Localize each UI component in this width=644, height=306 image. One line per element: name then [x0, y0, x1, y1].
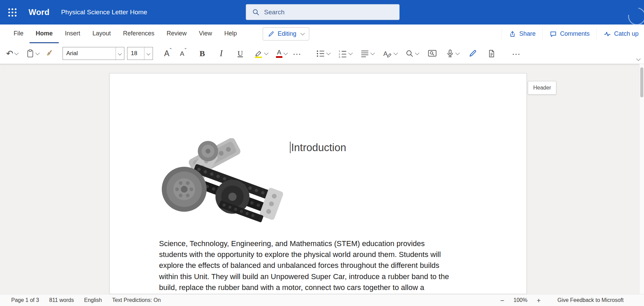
reading-view-button[interactable] [427, 46, 438, 61]
clipboard-icon [26, 49, 34, 58]
chevron-down-icon [636, 57, 641, 61]
alignment-button[interactable] [360, 46, 374, 61]
italic-button[interactable]: I [216, 46, 227, 61]
status-right-group: − 100% + Give Feedback to Microsoft [500, 297, 624, 304]
header-button[interactable]: Header [528, 81, 556, 95]
tab-insert[interactable]: Insert [59, 25, 86, 43]
search-icon [252, 9, 260, 16]
editing-label: Editing [278, 30, 296, 37]
font-color-button[interactable]: A [276, 46, 287, 61]
section-heading: Introduction [110, 141, 526, 155]
comments-button[interactable]: Comments [542, 28, 596, 39]
highlight-color-button[interactable] [254, 46, 268, 61]
share-button[interactable]: Share [502, 28, 542, 39]
magnifier-icon [405, 49, 414, 58]
vertical-scrollbar[interactable] [639, 64, 644, 294]
language-button[interactable]: English [84, 297, 102, 303]
ribbon-right-actions: Share Comments Catch up [502, 25, 644, 43]
tab-layout[interactable]: Layout [86, 25, 117, 43]
chevron-down-icon [326, 51, 331, 55]
zoom-level-button[interactable]: 100% [514, 297, 527, 303]
undo-button[interactable]: ↶ [6, 46, 18, 61]
catch-up-button[interactable]: Catch up [596, 28, 644, 39]
editor-button[interactable] [467, 46, 478, 61]
pencil-icon [268, 31, 275, 37]
paste-button[interactable] [26, 46, 39, 61]
svg-text:A: A [383, 50, 388, 57]
font-size-select[interactable]: 18 [127, 47, 153, 60]
styles-button[interactable]: A [382, 46, 397, 61]
numbering-button[interactable]: 1 2 3 [338, 46, 352, 61]
page-magnifier-icon [428, 49, 437, 58]
collapse-ribbon-button[interactable] [637, 55, 640, 62]
chevron-down-icon [35, 51, 40, 55]
find-button[interactable] [405, 46, 419, 61]
status-bar: Page 1 of 3 811 words English Text Predi… [0, 294, 644, 306]
editor-pen-icon [468, 49, 477, 58]
body-line: students with the opportunity to explore… [159, 249, 486, 260]
tab-label: Home [36, 30, 53, 37]
body-line: Science, Technology, Engineering, and Ma… [159, 238, 486, 249]
shrink-font-button[interactable]: A ˇ [178, 46, 189, 61]
app-brand[interactable]: Word [29, 7, 50, 17]
editing-mode-button[interactable]: Editing [263, 27, 309, 41]
waffle-icon [8, 8, 17, 17]
tab-label: Layout [92, 30, 111, 37]
chevron-down-icon [415, 51, 419, 55]
pulse-icon [604, 30, 611, 38]
tab-file[interactable]: File [7, 25, 30, 43]
bold-icon: B [199, 49, 205, 58]
tab-label: File [14, 30, 23, 37]
styles-icon: A [382, 49, 393, 58]
search-placeholder: Search [264, 9, 284, 16]
feedback-link[interactable]: Give Feedback to Microsoft [557, 297, 624, 303]
word-count-button[interactable]: 811 words [49, 297, 74, 303]
body-paragraph: Science, Technology, Engineering, and Ma… [159, 238, 486, 293]
format-painter-icon [45, 49, 53, 58]
more-font-options-button[interactable]: … [292, 46, 302, 61]
tab-help[interactable]: Help [218, 25, 243, 43]
ellipsis-icon: … [292, 52, 301, 55]
grow-font-button[interactable]: A ˆ [162, 46, 173, 61]
dictate-button[interactable] [446, 46, 459, 61]
font-name-select[interactable]: Arial [63, 47, 124, 60]
app-header-bar: Word Physical Science Letter Home Search [0, 0, 644, 25]
account-avatar[interactable] [625, 4, 644, 25]
tab-view[interactable]: View [193, 25, 218, 43]
ribbon-tab-row: File Home Insert Layout References Revie… [0, 25, 644, 43]
scrollbar-thumb[interactable] [640, 67, 643, 97]
tab-label: View [199, 30, 212, 37]
text-predictions-button[interactable]: Text Predictions: On [112, 297, 161, 303]
chevron-down-icon [370, 51, 375, 55]
format-painter-button[interactable] [43, 46, 54, 61]
text-cursor [290, 142, 291, 153]
numbered-list-icon: 1 2 3 [338, 49, 347, 58]
chevron-down-icon [264, 51, 268, 55]
chevron-down-icon [348, 51, 353, 55]
zoom-in-button[interactable]: + [537, 297, 541, 304]
comments-icon [550, 30, 557, 38]
document-title[interactable]: Physical Science Letter Home [61, 9, 147, 16]
bullet-list-icon [316, 49, 325, 58]
comments-label: Comments [560, 30, 590, 37]
document-page[interactable]: Introduction Science, Technology, Engine… [109, 73, 527, 294]
underline-button[interactable]: U [235, 46, 246, 61]
bullets-button[interactable] [316, 46, 330, 61]
tab-references[interactable]: References [117, 25, 160, 43]
tab-review[interactable]: Review [160, 25, 193, 43]
app-launcher-button[interactable] [0, 0, 24, 25]
bold-button[interactable]: B [197, 46, 208, 61]
chevron-down-icon [394, 51, 398, 55]
chevron-down-icon [455, 51, 460, 55]
document-pen-icon [487, 49, 496, 58]
formatting-toolbar: ↶ Arial 18 A ˆ A ˇ B [0, 43, 644, 64]
tab-home[interactable]: Home [30, 25, 59, 43]
caret-down-mark: ˇ [185, 48, 186, 54]
zoom-out-button[interactable]: − [500, 297, 504, 304]
reuse-files-button[interactable] [486, 46, 497, 61]
heading-text: Introduction [291, 142, 346, 154]
search-input[interactable]: Search [246, 4, 400, 20]
more-commands-button[interactable]: … [511, 46, 522, 61]
page-count-button[interactable]: Page 1 of 3 [11, 297, 39, 303]
underline-icon: U [238, 49, 243, 58]
